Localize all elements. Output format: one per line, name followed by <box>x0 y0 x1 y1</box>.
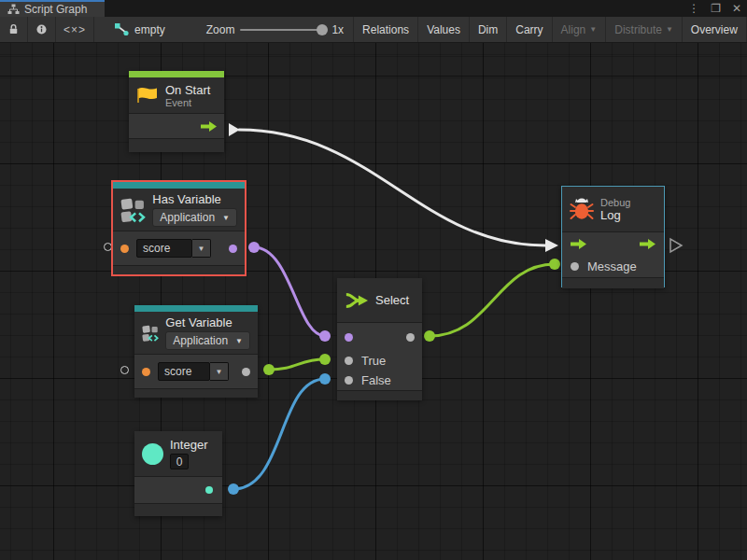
integer-output-port[interactable] <box>205 486 213 494</box>
align-dropdown[interactable]: Align ▼ <box>552 17 606 42</box>
graph-pointer-status: empty <box>106 17 175 42</box>
chevron-down-icon: ▼ <box>198 245 205 253</box>
toolbar-buttons: Relations Values Dim Carry Align ▼ Distr… <box>353 17 747 42</box>
variable-name-field[interactable]: score <box>136 239 192 258</box>
zoom-label: Zoom <box>206 23 235 36</box>
tab-script-graph[interactable]: Script Graph <box>0 0 105 17</box>
chevron-down-icon: ▼ <box>216 368 223 376</box>
node-has-variable[interactable]: Has Variable Application ▼ score <box>111 180 247 276</box>
hierarchy-icon <box>7 4 20 15</box>
node-select[interactable]: Select True False <box>337 278 422 399</box>
wire-endpoint <box>319 373 331 385</box>
wire-endpoint <box>319 354 331 365</box>
chevron-down-icon: ▼ <box>235 337 243 345</box>
branch-merge-icon <box>345 289 369 312</box>
false-input-port[interactable] <box>345 376 353 385</box>
port-label: Message <box>587 259 637 273</box>
overview-button[interactable]: Overview <box>682 17 746 42</box>
graph-toolbar: <×> empty Zoom 1x Relations Values Dim <box>0 17 747 43</box>
dim-button[interactable]: Dim <box>469 17 506 42</box>
node-debug-log[interactable]: Debug Log Message <box>561 186 665 287</box>
flow-output-port[interactable] <box>640 239 655 249</box>
node-get-variable[interactable]: Get Variable Application ▼ score <box>134 305 258 397</box>
variables-icon <box>142 320 159 346</box>
variables-icon <box>120 197 146 223</box>
graph-canvas[interactable]: On Start Event <box>0 43 747 560</box>
variable-name-input-port[interactable] <box>120 245 129 253</box>
variable-name-dropdown-button[interactable]: ▼ <box>192 239 211 258</box>
port-label: True <box>361 354 386 368</box>
integer-value-field[interactable]: 0 <box>170 454 189 469</box>
node-title: Log <box>600 208 630 222</box>
node-accent-strip <box>113 182 245 189</box>
tab-bar: Script Graph ⋮ ❐ ✕ <box>0 0 747 17</box>
wire-getvariable-to-select-true[interactable] <box>269 359 325 370</box>
wire-endpoint <box>263 364 275 375</box>
tab-label: Script Graph <box>24 3 87 16</box>
flag-icon <box>136 85 159 105</box>
node-integer[interactable]: Integer 0 <box>134 431 222 516</box>
wire-endpoint <box>424 330 435 342</box>
close-icon[interactable]: ✕ <box>732 0 741 17</box>
node-subtitle: Event <box>165 97 210 108</box>
zoom-slider[interactable] <box>240 29 326 31</box>
relations-button[interactable]: Relations <box>353 17 417 42</box>
node-subtitle: Debug <box>600 197 630 208</box>
variable-kind-dropdown[interactable]: Application ▼ <box>152 208 237 227</box>
bug-icon <box>570 197 594 221</box>
wire-select-to-log-message[interactable] <box>430 264 555 336</box>
node-accent-strip <box>129 71 224 77</box>
info-icon <box>35 22 48 36</box>
values-button[interactable]: Values <box>417 17 469 42</box>
wire-endpoint <box>248 242 260 253</box>
code-preview-button[interactable]: <×> <box>56 17 94 42</box>
variable-kind-dropdown[interactable]: Application ▼ <box>165 331 250 350</box>
lock-icon <box>7 22 20 36</box>
node-title: Get Variable <box>165 315 250 329</box>
lock-button[interactable] <box>0 17 28 42</box>
message-input-port[interactable] <box>571 262 579 271</box>
flow-output-port[interactable] <box>201 121 217 132</box>
graph-pointer-icon <box>115 23 129 36</box>
node-title: Has Variable <box>152 192 237 206</box>
zoom-control: Zoom 1x <box>197 17 353 42</box>
node-title: Integer <box>170 438 207 452</box>
wire-hasvariable-to-select[interactable] <box>254 247 325 336</box>
node-title: Select <box>375 293 409 307</box>
wire-onstart-to-log[interactable] <box>239 130 545 245</box>
true-input-port[interactable] <box>345 357 353 365</box>
node-title: On Start <box>165 83 210 97</box>
variable-name-dropdown-button[interactable]: ▼ <box>210 362 229 381</box>
chevron-down-icon: ▼ <box>222 214 230 222</box>
maximize-icon[interactable]: ❐ <box>711 0 721 17</box>
wire-endpoint <box>228 483 239 495</box>
node-accent-strip <box>134 305 258 312</box>
distribute-dropdown[interactable]: Distribute ▼ <box>605 17 682 42</box>
value-output-port[interactable] <box>242 368 250 376</box>
pointer-target-label: empty <box>134 23 165 36</box>
integer-circle-icon <box>142 443 163 465</box>
flow-input-port[interactable] <box>571 239 586 249</box>
chevron-down-icon: ▼ <box>589 25 597 34</box>
carry-button[interactable]: Carry <box>506 17 551 42</box>
condition-input-port[interactable] <box>345 333 353 342</box>
info-button[interactable] <box>28 17 56 42</box>
wire-end-arrow <box>545 239 558 252</box>
node-on-start[interactable]: On Start Event <box>129 71 224 151</box>
wire-endpoint <box>319 330 331 342</box>
unity-visual-scripting-window: Script Graph ⋮ ❐ ✕ <×> <box>0 0 747 560</box>
variable-name-field[interactable]: score <box>158 362 210 381</box>
window-menu-icon[interactable]: ⋮ <box>688 0 699 17</box>
angle-x-icon: <×> <box>63 23 86 36</box>
unconnected-port[interactable] <box>120 366 129 374</box>
selection-output-port[interactable] <box>406 333 415 342</box>
port-label: False <box>361 373 391 387</box>
flow-output-marker <box>670 239 682 252</box>
zoom-value: 1x <box>331 23 344 36</box>
wire-endpoint <box>549 259 560 270</box>
result-output-port[interactable] <box>229 245 237 253</box>
zoom-slider-knob[interactable] <box>317 24 328 35</box>
variable-name-input-port[interactable] <box>142 368 150 376</box>
chevron-down-icon: ▼ <box>666 25 673 34</box>
